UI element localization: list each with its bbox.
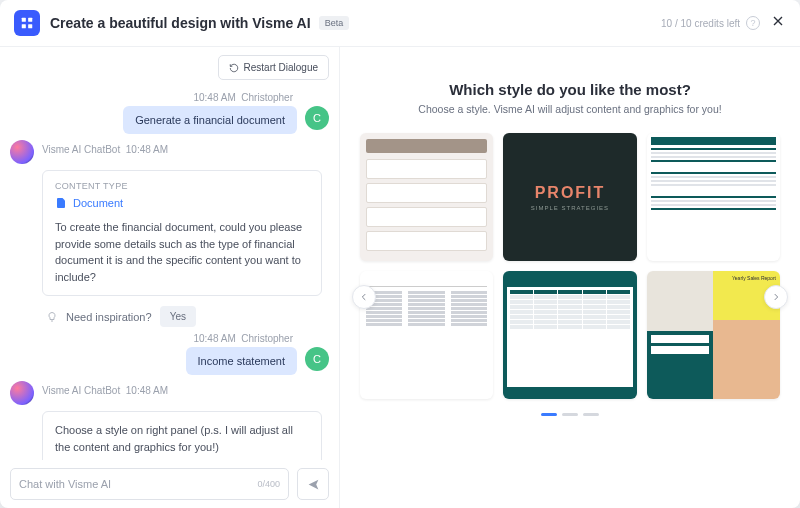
template-card[interactable]	[360, 271, 493, 399]
svg-rect-3	[28, 24, 32, 28]
chat-input[interactable]	[19, 478, 257, 490]
inspiration-label: Need inspiration?	[66, 311, 152, 323]
lightbulb-icon	[46, 311, 58, 323]
bot-card: Choose a style on right panel (p.s. I wi…	[42, 411, 322, 460]
title-bar: Create a beautiful design with Visme AI …	[0, 0, 800, 47]
user-bubble: Generate a financial document	[123, 106, 297, 134]
style-subtitle: Choose a style. Visme AI will adjust con…	[360, 103, 780, 115]
svg-rect-2	[22, 24, 26, 28]
carousel-next-button[interactable]	[764, 285, 788, 309]
user-bubble: Income statement	[186, 347, 297, 375]
ai-design-modal: Create a beautiful design with Visme AI …	[0, 0, 800, 508]
inspiration-row: Need inspiration? Yes	[46, 306, 329, 327]
bot-card: CONTENT TYPE Document To create the fina…	[42, 170, 322, 296]
content-type-value: Document	[55, 197, 309, 209]
bot-text: Choose a style on right panel (p.s. I wi…	[55, 422, 309, 455]
template-card[interactable]	[503, 271, 636, 399]
user-avatar: C	[305, 106, 329, 130]
restart-dialogue-button[interactable]: Restart Dialogue	[218, 55, 329, 80]
inspiration-yes-button[interactable]: Yes	[160, 306, 196, 327]
send-button[interactable]	[297, 468, 329, 500]
bot-avatar	[10, 140, 34, 164]
bot-message-row: Visme AI ChatBot 10:48 AM	[10, 140, 329, 164]
message-meta: 10:48 AM Christopher	[10, 92, 293, 103]
modal-title: Create a beautiful design with Visme AI	[50, 15, 311, 31]
send-icon	[307, 478, 320, 491]
bot-meta: Visme AI ChatBot 10:48 AM	[42, 144, 168, 155]
bot-meta: Visme AI ChatBot 10:48 AM	[42, 385, 168, 396]
content-type-label: CONTENT TYPE	[55, 181, 309, 191]
template-card[interactable]: PROFITSIMPLE STRATEGIES	[503, 133, 636, 261]
svg-rect-0	[22, 18, 26, 22]
document-icon	[55, 197, 67, 209]
restart-label: Restart Dialogue	[244, 62, 318, 73]
chat-input-bar: 0/400	[0, 460, 339, 508]
credits-text: 10 / 10 credits left	[661, 18, 740, 29]
char-counter: 0/400	[257, 479, 280, 489]
bot-message-row: Visme AI ChatBot 10:48 AM	[10, 381, 329, 405]
carousel-dot[interactable]	[583, 413, 599, 416]
template-grid: PROFITSIMPLE STRATEGIES Yearly Sales Rep…	[360, 133, 780, 399]
close-button[interactable]	[770, 13, 786, 33]
chat-scroll[interactable]: 10:48 AM Christopher Generate a financia…	[0, 88, 339, 460]
beta-badge: Beta	[319, 16, 350, 30]
message-meta: 10:48 AM Christopher	[10, 333, 293, 344]
carousel-dot[interactable]	[541, 413, 557, 416]
app-logo	[14, 10, 40, 36]
svg-rect-1	[28, 18, 32, 22]
user-message-row: Income statement C	[10, 347, 329, 375]
carousel-dots	[360, 413, 780, 416]
template-card[interactable]	[647, 133, 780, 261]
template-card[interactable]: Yearly Sales Report	[647, 271, 780, 399]
carousel-dot[interactable]	[562, 413, 578, 416]
style-title: Which style do you like the most?	[360, 81, 780, 98]
bot-avatar	[10, 381, 34, 405]
chat-panel: Restart Dialogue 10:48 AM Christopher Ge…	[0, 47, 340, 508]
style-panel: Which style do you like the most? Choose…	[340, 47, 800, 508]
template-card[interactable]	[360, 133, 493, 261]
user-message-row: Generate a financial document C	[10, 106, 329, 134]
help-icon[interactable]: ?	[746, 16, 760, 30]
user-avatar: C	[305, 347, 329, 371]
modal-body: Restart Dialogue 10:48 AM Christopher Ge…	[0, 47, 800, 508]
refresh-icon	[229, 63, 239, 73]
bot-text: To create the financial document, could …	[55, 219, 309, 285]
chat-input-wrap[interactable]: 0/400	[10, 468, 289, 500]
